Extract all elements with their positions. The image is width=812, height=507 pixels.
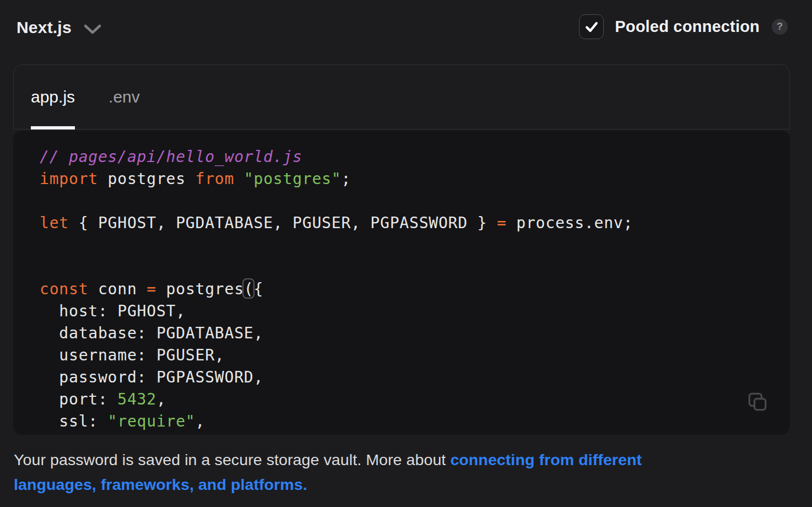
code-line: let { PGHOST, PGDATABASE, PGUSER, PGPASS… [40,212,790,234]
copy-icon [745,390,770,414]
code-line: database: PGDATABASE, [40,322,790,344]
code-token-plain: username: PGUSER, [40,346,225,364]
framework-selector[interactable]: Next.js [17,18,101,37]
code-token-string: "postgres" [244,170,342,188]
code-token-number: 5432 [117,390,156,408]
connection-snippet-card: app.js.env // pages/api/hello_world.jsim… [13,64,790,435]
copy-code-button[interactable] [745,390,770,414]
code-line: host: PGHOST, [40,300,790,322]
code-line [40,234,790,256]
code-line: port: 5432, [40,389,790,411]
tab-app-js[interactable]: app.js [31,65,75,129]
code-token-operator: = [497,214,507,232]
code-token-plain: host: PGHOST, [40,302,186,320]
tab-bar: app.js.env [13,64,790,130]
code-line [40,256,790,278]
code-token-plain: postgres [156,280,244,298]
code-token-keyword: const [40,280,88,298]
code-token-plain: database: PGDATABASE, [40,324,263,342]
checkmark-icon [583,19,600,35]
code-token-plain: , [196,412,205,430]
code-token-keyword: let [40,214,69,232]
code-token-plain [234,170,244,188]
code-token-plain: port: [40,390,117,408]
password-vault-note: Your password is saved in a secure stora… [14,447,728,497]
code-token-operator: = [147,280,156,298]
code-line: const conn = postgres({ [40,278,790,300]
code-token-bracket: ( [244,280,254,298]
code-token-plain: ssl: [40,412,108,430]
code-line: password: PGPASSWORD, [40,366,790,389]
code-token-string: "require" [108,412,196,430]
code-token-plain: process.env; [507,214,634,232]
code-line [40,190,790,212]
code-token-plain: { PGHOST, PGDATABASE, PGUSER, PGPASSWORD… [69,214,497,232]
pooled-connection-checkbox[interactable] [579,14,604,39]
framework-selector-value: Next.js [17,18,72,37]
pooled-connection-control: Pooled connection ? [579,14,788,39]
code-line: // pages/api/hello_world.js [40,146,790,168]
code-line: import postgres from "postgres"; [40,168,790,190]
pooled-connection-label: Pooled connection [615,18,760,36]
code-token-comment: // pages/api/hello_world.js [40,148,302,166]
code-editor: // pages/api/hello_world.jsimport postgr… [13,131,790,435]
topbar: Next.js Pooled connection ? [0,0,812,57]
help-icon[interactable]: ? [772,19,788,35]
vault-note-text: Your password is saved in a secure stora… [14,451,450,468]
code-token-plain: ; [341,170,351,188]
code-line: username: PGUSER, [40,344,790,366]
code-line: ssl: "require", [40,411,790,433]
code-token-plain: , [156,390,166,408]
code-token-plain: { [254,280,264,298]
tab-env[interactable]: .env [109,65,140,129]
code-token-plain: password: PGPASSWORD, [40,368,263,386]
code-token-plain: conn [88,280,147,298]
code-token-keyword: import [40,170,98,188]
code-lines: // pages/api/hello_world.jsimport postgr… [40,146,790,433]
code-token-keyword: from [196,170,235,188]
code-token-plain: postgres [98,170,196,188]
chevron-down-icon [84,24,101,35]
